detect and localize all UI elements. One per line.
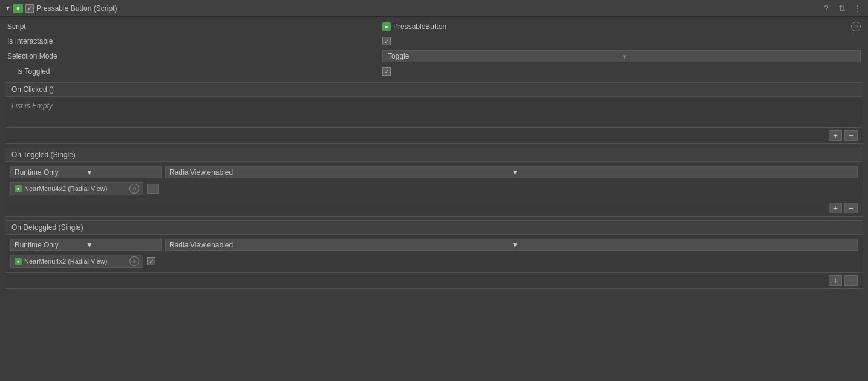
is-interactable-value <box>382 37 861 45</box>
on-toggled-runtime-dropdown[interactable]: Runtime Only ▼ <box>10 166 162 178</box>
is-toggled-checkbox[interactable] <box>382 67 391 76</box>
on-toggled-header: On Toggled (Single) <box>5 148 863 162</box>
on-toggled-target-icon[interactable]: ⊙ <box>129 184 139 194</box>
on-clicked-add-btn[interactable]: + <box>829 130 842 141</box>
on-detoggled-event-value: RadialView.enabled <box>169 241 512 249</box>
script-ref-text: PressableButton <box>393 22 446 31</box>
selection-mode-row: Selection Mode Toggle ▼ <box>0 48 868 64</box>
is-interactable-checkbox[interactable] <box>382 37 391 45</box>
is-interactable-label: Is Interactable <box>7 37 382 45</box>
on-toggled-object-name: NearMenu4x2 (Radial View) <box>24 185 127 192</box>
collapse-icon[interactable]: ▼ <box>5 5 11 11</box>
on-detoggled-section: On Detoggled (Single) Runtime Only ▼ Rad… <box>5 220 863 289</box>
script-value: ■ PressableButton ⊙ <box>382 22 861 31</box>
on-clicked-footer: + − <box>5 127 863 143</box>
on-detoggled-value-checkbox[interactable] <box>147 257 155 265</box>
script-row: Script ■ PressableButton ⊙ <box>0 19 868 34</box>
on-detoggled-runtime-value: Runtime Only <box>15 241 86 249</box>
selection-mode-label: Selection Mode <box>7 52 382 60</box>
on-toggled-event-dropdown[interactable]: RadialView.enabled ▼ <box>165 166 858 178</box>
script-label: Script <box>7 22 382 31</box>
on-toggled-object-icon: ■ <box>15 185 22 192</box>
selection-mode-selected: Toggle <box>388 52 622 60</box>
on-detoggled-body: Runtime Only ▼ RadialView.enabled ▼ ■ Ne… <box>5 235 863 272</box>
on-toggled-row2: ■ NearMenu4x2 (Radial View) ⊙ <box>5 180 863 197</box>
on-toggled-add-btn[interactable]: + <box>829 203 842 213</box>
component-header: ▼ # Pressable Button (Script) ? ⇅ ⋮ <box>0 0 868 17</box>
on-detoggled-event-arrow: ▼ <box>512 241 854 249</box>
selection-mode-value: Toggle ▼ <box>382 50 861 62</box>
is-toggled-row: Is Toggled <box>0 64 868 79</box>
on-detoggled-object-ref[interactable]: ■ NearMenu4x2 (Radial View) ⊙ <box>10 255 143 268</box>
script-ref[interactable]: ■ PressableButton <box>382 22 851 31</box>
script-ref-icon: ■ <box>382 22 391 31</box>
menu-icon[interactable]: ⋮ <box>852 3 863 14</box>
on-toggled-runtime-value: Runtime Only <box>15 168 86 177</box>
help-icon[interactable]: ? <box>821 3 832 14</box>
presets-icon[interactable]: ⇅ <box>837 3 847 14</box>
on-detoggled-remove-btn[interactable]: − <box>844 275 858 286</box>
on-toggled-body: Runtime Only ▼ RadialView.enabled ▼ ■ Ne… <box>5 162 863 200</box>
is-toggled-value <box>382 67 861 76</box>
on-detoggled-header: On Detoggled (Single) <box>5 221 863 235</box>
on-toggled-object-ref[interactable]: ■ NearMenu4x2 (Radial View) ⊙ <box>10 182 143 195</box>
script-target-icon[interactable]: ⊙ <box>851 22 861 31</box>
on-clicked-empty: List is Empty <box>11 102 53 110</box>
header-left: ▼ # Pressable Button (Script) <box>5 4 821 13</box>
component-enabled-checkbox[interactable] <box>25 4 34 13</box>
on-detoggled-runtime-arrow: ▼ <box>86 241 157 249</box>
on-clicked-section: On Clicked () List is Empty + − <box>5 82 863 144</box>
selection-mode-arrow: ▼ <box>622 53 856 60</box>
header-right: ? ⇅ ⋮ <box>821 3 863 14</box>
on-detoggled-row2: ■ NearMenu4x2 (Radial View) ⊙ <box>5 253 863 270</box>
component-script-icon: # <box>13 4 23 13</box>
content-area: Script ■ PressableButton ⊙ Is Interactab… <box>0 17 868 295</box>
on-toggled-event-value: RadialView.enabled <box>169 168 512 177</box>
on-clicked-body: List is Empty <box>5 97 863 127</box>
selection-mode-dropdown[interactable]: Toggle ▼ <box>382 50 861 62</box>
on-detoggled-event-dropdown[interactable]: RadialView.enabled ▼ <box>165 239 858 251</box>
on-toggled-value-box <box>147 184 159 194</box>
on-toggled-row1: Runtime Only ▼ RadialView.enabled ▼ <box>5 164 863 180</box>
on-toggled-footer: + − <box>5 200 863 216</box>
on-detoggled-object-icon: ■ <box>15 258 22 265</box>
on-clicked-header: On Clicked () <box>5 83 863 97</box>
component-title: Pressable Button (Script) <box>36 4 117 13</box>
component-panel: ▼ # Pressable Button (Script) ? ⇅ ⋮ Scri… <box>0 0 868 295</box>
on-toggled-remove-btn[interactable]: − <box>844 203 858 213</box>
on-detoggled-footer: + − <box>5 272 863 288</box>
on-toggled-event-arrow: ▼ <box>512 168 854 177</box>
on-detoggled-target-icon[interactable]: ⊙ <box>129 256 139 266</box>
on-toggled-section: On Toggled (Single) Runtime Only ▼ Radia… <box>5 148 863 217</box>
on-detoggled-row1: Runtime Only ▼ RadialView.enabled ▼ <box>5 237 863 253</box>
is-toggled-label: Is Toggled <box>7 67 382 76</box>
on-detoggled-runtime-dropdown[interactable]: Runtime Only ▼ <box>10 239 162 251</box>
on-detoggled-add-btn[interactable]: + <box>829 275 842 286</box>
on-detoggled-object-name: NearMenu4x2 (Radial View) <box>24 258 127 265</box>
is-interactable-row: Is Interactable <box>0 34 868 48</box>
on-clicked-remove-btn[interactable]: − <box>844 130 858 141</box>
on-toggled-runtime-arrow: ▼ <box>86 168 157 177</box>
